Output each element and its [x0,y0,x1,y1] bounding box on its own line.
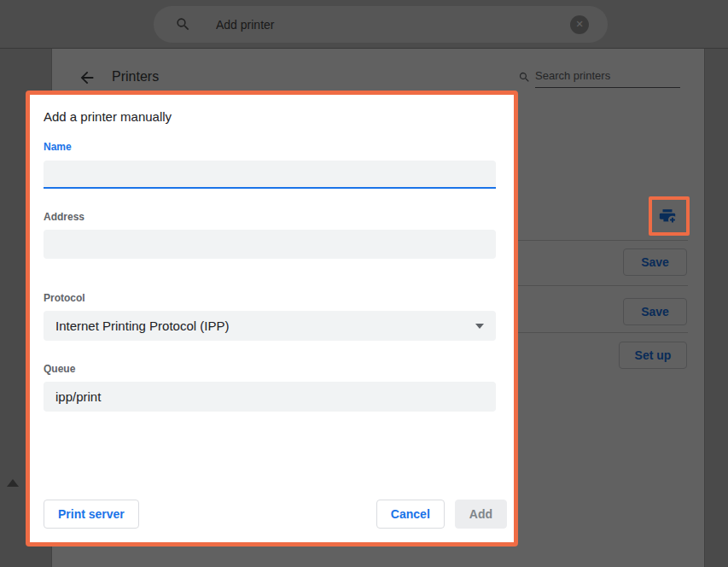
screen: ✕ Printers [0,0,728,567]
queue-field-label: Queue [44,363,75,375]
protocol-select[interactable]: Internet Printing Protocol (IPP) [44,311,496,341]
name-input[interactable] [44,161,496,189]
protocol-selected-value: Internet Printing Protocol (IPP) [55,319,475,333]
print-server-button[interactable]: Print server [44,500,139,529]
add-button: Add [455,500,507,529]
add-printer-dialog: Add a printer manually Name Address Prot… [26,91,518,547]
chevron-down-icon [475,324,484,329]
address-input[interactable] [44,230,496,259]
cancel-button[interactable]: Cancel [376,500,445,529]
highlight-box-add-printer-icon [649,196,690,236]
protocol-field-label: Protocol [44,292,85,304]
address-field-label: Address [44,211,84,223]
queue-input[interactable] [44,382,496,412]
dialog-title: Add a printer manually [44,109,172,124]
name-field-label: Name [44,141,72,153]
dialog-footer: Print server Cancel Add [44,500,507,529]
